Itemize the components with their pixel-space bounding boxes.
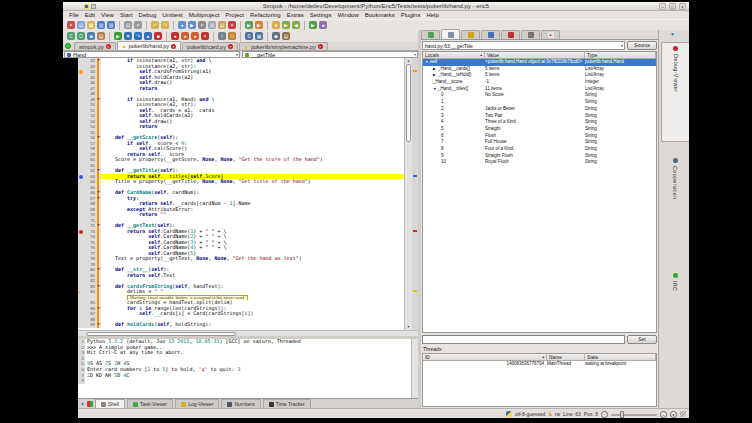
fold-margin[interactable]: ▼ xyxy=(96,58,101,64)
menu-start[interactable]: Start xyxy=(117,11,136,19)
call-trace-tab[interactable] xyxy=(461,30,480,39)
stack-tab[interactable] xyxy=(441,29,460,39)
menu-settings[interactable]: Settings xyxy=(307,11,335,19)
save-all-icon[interactable]: ▥ xyxy=(107,21,115,29)
undo-icon[interactable]: ↶ xyxy=(151,21,159,29)
step-over-icon[interactable]: ↷ xyxy=(134,32,142,40)
debug-script-icon[interactable]: ▶ xyxy=(309,21,317,29)
menu-help[interactable]: Help xyxy=(423,11,441,19)
close-tab-icon[interactable]: × xyxy=(171,44,176,49)
search-icon[interactable]: ● xyxy=(178,21,186,29)
redo-icon[interactable]: ↷ xyxy=(161,21,169,29)
zoom-out-icon[interactable]: − xyxy=(601,411,608,418)
menu-unittest[interactable]: Unittest xyxy=(159,11,185,19)
check-syntax-icon[interactable]: C xyxy=(67,32,75,40)
variable-row[interactable]: 6FlushString xyxy=(423,133,656,140)
menu-bookmarks[interactable]: Bookmarks xyxy=(362,11,398,19)
threads-header-id[interactable]: ID▲ xyxy=(423,354,547,360)
variables-tab[interactable] xyxy=(421,30,440,39)
variable-row[interactable]: ▼_Hand__titles[]11 itemsList/Array xyxy=(423,86,656,93)
variable-row[interactable]: 8Four of a KindString xyxy=(423,146,656,153)
sidebar-tab-irc[interactable]: IRC xyxy=(661,270,689,332)
class-combo[interactable]: Hand ▾ xyxy=(64,51,240,58)
preferences-icon[interactable]: ◆ xyxy=(272,32,280,40)
fold-margin[interactable]: ▼ xyxy=(96,223,101,229)
print-icon[interactable]: ▤ xyxy=(124,21,132,29)
breakpoints-tab[interactable] xyxy=(501,30,520,39)
tool-tab-shell[interactable]: Shell xyxy=(95,399,125,408)
variable-row[interactable]: ▶_Hand__cards[]5 itemsList/Array xyxy=(423,66,656,73)
bookmark-next-icon[interactable]: ▶ xyxy=(282,21,290,29)
thread-row[interactable]: 140063636776704MainThreadwaiting at brea… xyxy=(423,361,656,368)
show-log-icon[interactable]: ▤ xyxy=(282,32,290,40)
bookmark-toggle-icon[interactable]: ★ xyxy=(272,21,280,29)
menu-refactoring[interactable]: Refactoring xyxy=(247,11,284,19)
fold-margin[interactable]: ▼ xyxy=(96,284,101,290)
paste-icon[interactable]: ▤ xyxy=(218,21,226,29)
menu-multiproject[interactable]: Multiproject xyxy=(186,11,223,19)
tool-tab-numbers[interactable]: Numbers xyxy=(221,399,260,408)
menu-debug[interactable]: Debug xyxy=(136,11,160,19)
maximize-button[interactable]: □ xyxy=(669,3,676,10)
code-editor[interactable]: 42▼ if isinstance(a1, str) and \43 isins… xyxy=(78,58,418,330)
variables-header-value[interactable]: Value xyxy=(485,52,585,58)
menu-project[interactable]: Project xyxy=(222,11,247,19)
set-button[interactable]: Set xyxy=(627,335,657,344)
unittest-icon[interactable]: U xyxy=(228,32,236,40)
close-tab-icon[interactable]: × xyxy=(318,44,323,49)
fold-margin[interactable]: ▼ xyxy=(96,306,101,312)
zoom-reset-icon[interactable]: ● xyxy=(670,411,677,418)
delete-icon[interactable]: × xyxy=(228,21,236,29)
minimize-button[interactable]: – xyxy=(659,3,666,10)
breakpoint-margin[interactable] xyxy=(78,322,84,328)
scrollbar-thumb[interactable] xyxy=(406,64,411,142)
close-tab-icon[interactable]: × xyxy=(228,44,233,49)
method-combo[interactable]: __getTitle ▾ xyxy=(242,51,418,58)
threads-header-state[interactable]: State xyxy=(585,354,656,360)
variable-row[interactable]: ▶_Hand__isHold[]5 itemsList/Array xyxy=(423,72,656,79)
search-next-icon[interactable]: ▶ xyxy=(188,21,196,29)
tool-tab-task-viewer[interactable]: Task-Viewer xyxy=(127,399,173,408)
tool-tab-time-tracker[interactable]: Time Tracker xyxy=(263,399,311,408)
filter-input[interactable] xyxy=(422,335,625,344)
filter-icon[interactable]: ▼ xyxy=(80,400,85,408)
variables-header-locals[interactable]: Locals▲ xyxy=(423,52,485,58)
stop-debug-icon[interactable]: ■ xyxy=(154,32,162,40)
continue-icon[interactable]: ▶ xyxy=(114,32,122,40)
filter-icon[interactable]: ▼ xyxy=(670,31,675,37)
variable-row[interactable]: 4Three of a KindString xyxy=(423,119,656,126)
fold-margin[interactable]: ▼ xyxy=(96,196,101,202)
size-grip[interactable] xyxy=(680,411,686,417)
variable-row[interactable]: 1String xyxy=(423,99,656,106)
source-button[interactable]: Source xyxy=(627,41,657,50)
zoom-slider[interactable] xyxy=(611,411,657,418)
stack-frame-combo[interactable]: hand.py:63:__getTitle ▾ xyxy=(422,41,625,50)
code-line[interactable]: def holdCards(self, holdString): xyxy=(101,322,404,328)
shell-scrollbar[interactable] xyxy=(411,339,418,398)
code-checkers-icon[interactable]: O xyxy=(77,32,85,40)
open-icon[interactable]: ▦ xyxy=(87,21,95,29)
editor-tab-simpok-py[interactable]: simpok.py× xyxy=(74,42,116,50)
profile-icon[interactable]: ● xyxy=(319,21,327,29)
menu-window[interactable]: Window xyxy=(334,11,361,19)
tool-tab-log-viewer[interactable]: Log-Viewer xyxy=(175,399,219,408)
fold-margin[interactable]: ▼ xyxy=(96,135,101,141)
prev-breakpoint-icon[interactable]: ● xyxy=(191,32,199,40)
variable-row[interactable]: 7Full HouseString xyxy=(423,139,656,146)
zoom-in-icon[interactable]: + xyxy=(660,411,667,418)
fold-margin[interactable]: ▼ xyxy=(96,168,101,174)
exceptions-tab[interactable]: ▲ xyxy=(541,30,560,39)
menu-file[interactable]: File xyxy=(66,11,82,19)
menu-extras[interactable]: Extras xyxy=(284,11,307,19)
variable-row[interactable]: 2Jacks or BetterString xyxy=(423,106,656,113)
step-out-icon[interactable]: ▲ xyxy=(144,32,152,40)
menu-plugins[interactable]: Plugins xyxy=(398,11,424,19)
quit-icon[interactable]: × xyxy=(67,21,75,29)
editor-line[interactable]: 89▼ def holdCards(self, holdString): xyxy=(78,322,404,328)
threads-tab[interactable] xyxy=(481,30,500,39)
sidebar-tab-cooperation[interactable]: Cooperation xyxy=(661,155,689,263)
menu-view[interactable]: View xyxy=(98,11,117,19)
threads-header-name[interactable]: Name xyxy=(547,354,585,360)
goto-line-icon[interactable]: ▶ xyxy=(245,21,253,29)
new-icon[interactable]: ▤ xyxy=(77,21,85,29)
